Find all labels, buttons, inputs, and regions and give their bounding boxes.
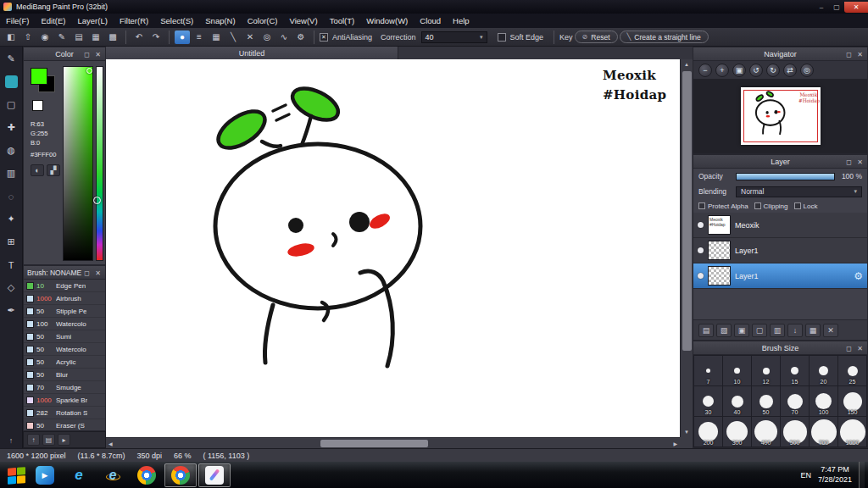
antialiasing-checkbox[interactable]: ✕ (320, 33, 328, 42)
copy-layer-icon[interactable]: ▥ (770, 324, 785, 337)
list-up-icon[interactable]: ↑ (27, 434, 40, 446)
brush-list-item[interactable]: 50 Acrylic (24, 356, 105, 369)
magic-wand-tool[interactable]: ✦ (3, 212, 19, 226)
vertical-scroll-thumb[interactable] (682, 71, 692, 351)
diagonal-line-icon[interactable]: ╲ (225, 30, 241, 44)
saturation-value-picker[interactable] (63, 66, 93, 261)
menu-item[interactable]: Edit(E) (35, 14, 71, 28)
scroll-left-icon[interactable]: ◀ (108, 441, 113, 446)
export-icon[interactable]: ⇧ (20, 30, 36, 44)
hue-slider[interactable] (96, 66, 103, 261)
menu-item[interactable]: Layer(L) (72, 14, 114, 28)
vertical-scrollbar[interactable]: ▲ ▼ (680, 59, 693, 437)
flip-icon[interactable]: ⇄ (783, 64, 797, 77)
horizontal-scrollbar[interactable]: ◀ ▶ (106, 437, 680, 448)
internet-explorer-icon[interactable]: e (97, 463, 129, 487)
fill-tool[interactable]: ◍ (3, 143, 19, 158)
document-icon[interactable]: ▤ (71, 30, 86, 44)
document-tab[interactable]: Untitled (106, 47, 398, 59)
pen-settings-icon[interactable]: ✎ (54, 30, 70, 44)
brush-list-item[interactable]: 50 Sumi (24, 330, 105, 343)
brush-size-option[interactable]: 7 (694, 356, 722, 385)
brush-menu-icon[interactable]: ▸ (58, 434, 70, 446)
menu-item[interactable]: Help (447, 14, 476, 28)
brush-size-option[interactable]: 15 (781, 356, 809, 385)
concentric-circles-icon[interactable]: ◎ (259, 30, 275, 44)
edge-icon[interactable]: e (63, 463, 95, 487)
new-canvas-icon[interactable]: ◧ (3, 30, 19, 44)
parallel-lines-icon[interactable]: ≡ (192, 30, 207, 44)
panel-popout-icon[interactable]: ◻ (844, 345, 854, 352)
brush-size-option[interactable]: 20 (810, 356, 837, 385)
brush-size-option[interactable]: 400 (752, 417, 780, 446)
panel-popout-icon[interactable]: ◻ (844, 51, 854, 58)
panel-popout-icon[interactable]: ◻ (844, 158, 854, 166)
halftone-icon[interactable]: ▦ (209, 30, 224, 44)
medibang-window-icon[interactable] (198, 463, 231, 487)
soft-edge-checkbox[interactable] (498, 33, 506, 42)
grid-icon[interactable]: ▦ (88, 30, 103, 44)
layer-row[interactable]: Layer1 ⚙ (693, 263, 867, 289)
brush-list-item[interactable]: 10 Edge Pen (24, 280, 105, 292)
close-button[interactable]: ✕ (844, 2, 868, 13)
settings-icon[interactable]: ⚙ (293, 30, 309, 44)
zoom-out-icon[interactable]: − (698, 64, 712, 77)
brush-size-option[interactable]: 12 (752, 356, 780, 385)
media-player-icon[interactable]: ▶ (29, 463, 61, 487)
panel-popout-icon[interactable]: ◻ (82, 269, 92, 277)
menu-item[interactable]: View(V) (284, 14, 324, 28)
maximize-button[interactable]: ▢ (829, 2, 844, 13)
clipping-checkbox[interactable]: Clipping (754, 202, 788, 210)
redo-icon[interactable]: ↷ (148, 30, 164, 44)
show-desktop-button[interactable] (859, 462, 865, 488)
undo-icon[interactable]: ↶ (131, 30, 147, 44)
straight-line-button[interactable]: ╲ Create a straight line (620, 30, 709, 43)
pen-tool[interactable]: ✎ (3, 52, 19, 66)
color-wheel-icon[interactable]: ◐ (31, 164, 44, 176)
scroll-right-icon[interactable]: ▶ (673, 441, 677, 446)
brush-list-item[interactable]: 50 Blur (24, 369, 105, 381)
shape-tool[interactable]: ⊞ (3, 235, 19, 249)
brush-size-option[interactable]: 25 (838, 356, 866, 385)
layer-row[interactable]: Meoxik#Hoidap Meoxik (693, 213, 867, 238)
panel-close-icon[interactable]: ✕ (93, 51, 103, 58)
panel-close-icon[interactable]: ✕ (855, 345, 865, 352)
brush-size-option[interactable]: 10 (723, 356, 751, 385)
layer-visibility-icon[interactable] (698, 273, 704, 279)
menu-item[interactable]: Window(W) (360, 14, 414, 28)
text-tool[interactable]: T (3, 258, 19, 272)
merge-down-icon[interactable]: ↓ (787, 324, 803, 337)
brush-size-option[interactable]: 70 (781, 386, 809, 416)
delete-layer-icon[interactable]: ✕ (823, 324, 838, 337)
layer-visibility-icon[interactable] (698, 222, 704, 228)
brush-tool[interactable] (3, 75, 19, 89)
panel-close-icon[interactable]: ✕ (93, 269, 103, 277)
brush-list-item[interactable]: 1000 Airbrush (24, 292, 105, 305)
scroll-down-icon[interactable]: ▼ (684, 430, 689, 435)
minimize-button[interactable]: – (814, 2, 829, 13)
brush-list-item[interactable]: 50 Eraser (S (24, 419, 105, 432)
brush-size-option[interactable]: 300 (723, 417, 751, 446)
brush-size-option[interactable]: 150 (838, 386, 866, 416)
opacity-slider[interactable] (736, 173, 835, 180)
scroll-up-icon[interactable]: ▲ (684, 62, 689, 67)
chrome-window-icon[interactable] (164, 463, 197, 487)
brush-size-option[interactable]: 50 (752, 386, 780, 416)
panel-close-icon[interactable]: ✕ (855, 158, 865, 166)
table-icon[interactable]: ▩ (105, 30, 120, 44)
fit-view-icon[interactable]: ▣ (732, 64, 746, 77)
drawing-canvas[interactable]: Meoxik #Hoidap (106, 59, 680, 437)
blending-select[interactable]: Normal ▾ (736, 186, 862, 197)
gradient-tool[interactable]: ▥ (3, 166, 19, 180)
correction-select[interactable]: 40 ▾ (421, 31, 487, 43)
add-brush-icon[interactable]: ▤ (42, 434, 55, 446)
marquee-tool[interactable]: ▢ (3, 97, 19, 112)
brush-size-option[interactable]: 40 (723, 386, 751, 416)
clear-layer-icon[interactable]: ▦ (805, 324, 821, 337)
brush-list-item[interactable]: 1000 Sparkle Br (24, 394, 105, 407)
menu-item[interactable]: Tool(T) (324, 14, 361, 28)
language-indicator[interactable]: EN (800, 471, 811, 480)
tool-strip-up-icon[interactable]: ↑ (9, 436, 14, 445)
start-button[interactable] (5, 464, 27, 486)
folder-icon[interactable]: ▢ (752, 324, 767, 337)
